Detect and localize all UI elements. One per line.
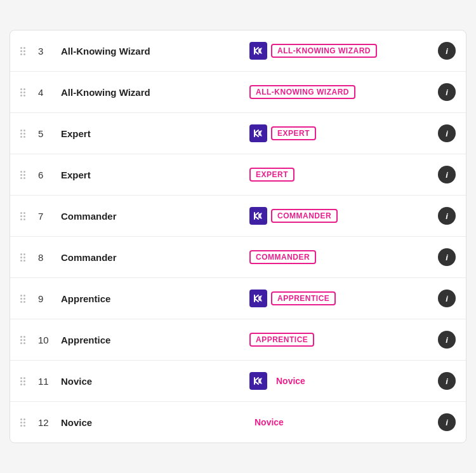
rank-list: 3All-Knowing Wizard ALL-KNOWING WIZARDi … xyxy=(10,30,466,443)
row-number: 3 xyxy=(38,46,61,57)
badge-area: Novice xyxy=(249,372,438,390)
row-number: 9 xyxy=(38,293,61,304)
drag-handle[interactable] xyxy=(20,253,36,262)
row-number: 12 xyxy=(38,417,61,428)
rank-icon-badge xyxy=(249,124,267,142)
drag-handle[interactable] xyxy=(20,47,36,55)
info-button[interactable]: i xyxy=(438,248,456,266)
row-name: Novice xyxy=(61,376,249,387)
rank-text-badge: COMMANDER xyxy=(249,250,316,264)
row-name: Novice xyxy=(61,417,249,428)
info-button[interactable]: i xyxy=(438,207,456,225)
rank-icon-badge xyxy=(249,207,267,225)
info-button[interactable]: i xyxy=(438,42,456,60)
table-row: 5Expert EXPERTi xyxy=(10,113,466,154)
info-button[interactable]: i xyxy=(438,290,456,307)
row-name: Apprentice xyxy=(61,335,249,345)
badge-area: COMMANDER xyxy=(249,207,438,225)
row-name: Expert xyxy=(61,128,249,139)
info-button[interactable]: i xyxy=(438,413,456,431)
badge-area: ALL-KNOWING WIZARD xyxy=(249,42,438,60)
table-row: 7Commander COMMANDERi xyxy=(10,196,466,237)
row-number: 7 xyxy=(38,211,61,222)
rank-text-badge: COMMANDER xyxy=(271,209,338,223)
rank-text-badge: EXPERT xyxy=(271,126,316,140)
rank-text-badge: ALL-KNOWING WIZARD xyxy=(249,85,355,99)
row-number: 10 xyxy=(38,335,61,345)
rank-text-badge: ALL-KNOWING WIZARD xyxy=(271,44,377,58)
rank-text-badge: Novice xyxy=(271,375,310,387)
row-number: 6 xyxy=(38,170,61,180)
row-number: 11 xyxy=(38,376,61,387)
row-name: All-Knowing Wizard xyxy=(61,46,249,57)
row-name: Expert xyxy=(61,170,249,180)
table-row: 9Apprentice APPRENTICEi xyxy=(10,278,466,319)
drag-handle[interactable] xyxy=(20,418,36,427)
info-button[interactable]: i xyxy=(438,83,456,101)
drag-handle[interactable] xyxy=(20,88,36,97)
rank-icon-badge xyxy=(249,372,267,390)
info-button[interactable]: i xyxy=(438,331,456,349)
rank-icon-badge xyxy=(249,42,267,60)
badge-area: EXPERT xyxy=(249,124,438,142)
row-name: Apprentice xyxy=(61,293,249,304)
drag-handle[interactable] xyxy=(20,336,36,344)
drag-handle[interactable] xyxy=(20,295,36,303)
table-row: 4All-Knowing WizardALL-KNOWING WIZARDi xyxy=(10,72,466,113)
table-row: 6ExpertEXPERTi xyxy=(10,154,466,196)
drag-handle[interactable] xyxy=(20,212,36,220)
table-row: 10ApprenticeAPPRENTICEi xyxy=(10,319,466,361)
info-button[interactable]: i xyxy=(438,166,456,183)
drag-handle[interactable] xyxy=(20,171,36,179)
info-button[interactable]: i xyxy=(438,372,456,390)
table-row: 3All-Knowing Wizard ALL-KNOWING WIZARDi xyxy=(10,30,466,72)
row-number: 8 xyxy=(38,252,61,263)
row-number: 5 xyxy=(38,128,61,139)
rank-text-badge: Novice xyxy=(249,416,289,429)
rank-text-badge: EXPERT xyxy=(249,168,294,182)
table-row: 12NoviceNovicei xyxy=(10,402,466,443)
table-row: 11Novice Novicei xyxy=(10,361,466,402)
row-name: All-Knowing Wizard xyxy=(61,87,249,98)
badge-area: Novice xyxy=(249,416,438,429)
drag-handle[interactable] xyxy=(20,377,36,385)
row-number: 4 xyxy=(38,87,61,98)
badge-area: APPRENTICE xyxy=(249,333,438,347)
drag-handle[interactable] xyxy=(20,130,36,138)
badge-area: COMMANDER xyxy=(249,250,438,264)
table-row: 8CommanderCOMMANDERi xyxy=(10,237,466,278)
badge-area: ALL-KNOWING WIZARD xyxy=(249,85,438,99)
badge-area: EXPERT xyxy=(249,168,438,182)
rank-text-badge: APPRENTICE xyxy=(249,333,314,347)
badge-area: APPRENTICE xyxy=(249,290,438,307)
row-name: Commander xyxy=(61,252,249,263)
rank-text-badge: APPRENTICE xyxy=(271,291,336,305)
rank-icon-badge xyxy=(249,290,267,307)
row-name: Commander xyxy=(61,211,249,222)
info-button[interactable]: i xyxy=(438,124,456,142)
